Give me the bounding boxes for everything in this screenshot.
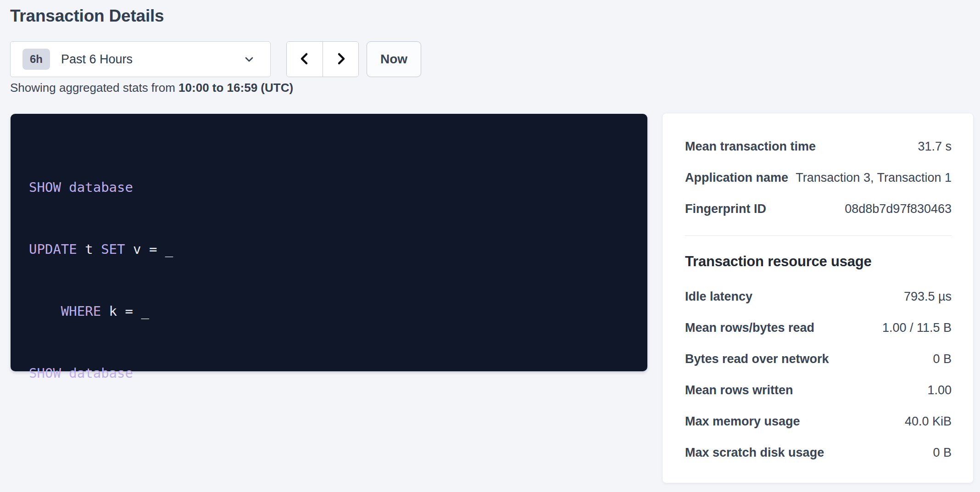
detail-value: 1.00 / 11.5 B [882,321,952,335]
detail-label: Mean rows written [685,383,793,397]
detail-row-max-memory-usage: Max memory usage 40.0 KiB [685,406,952,437]
detail-label: Bytes read over network [685,352,829,366]
detail-value: 31.7 s [918,140,952,154]
resource-usage-heading: Transaction resource usage [685,252,952,271]
sql-token: SHOW database [29,179,133,195]
caption-time-range: 10:00 to 16:59 (UTC) [178,81,293,95]
detail-row-mean-rows-bytes-read: Mean rows/bytes read 1.00 / 11.5 B [685,312,952,343]
now-button[interactable]: Now [367,41,421,77]
caption-prefix: Showing aggregated stats from [10,81,178,95]
sql-token [29,303,61,319]
previous-range-button[interactable] [287,42,323,77]
detail-label: Application name [685,171,788,185]
detail-value: 08d8b7d97f830463 [845,202,952,216]
chevron-right-icon [334,51,348,67]
sql-line: SHOW database [29,363,629,384]
detail-row-idle-latency: Idle latency 793.5 µs [685,281,952,312]
detail-value: 0 B [933,352,952,366]
card-divider [685,235,952,236]
time-range-arrows [286,41,359,77]
sql-statement-box: SHOW database UPDATE t SET v = _ WHERE k… [11,114,647,371]
time-picker: 6h Past 6 Hours Now [10,41,421,77]
detail-value: 1.00 [927,383,952,397]
detail-value: 0 B [933,446,952,460]
time-range-label: Past 6 Hours [61,52,243,67]
detail-row-max-scratch-disk-usage: Max scratch disk usage 0 B [685,437,952,468]
detail-row-mean-rows-written: Mean rows written 1.00 [685,375,952,406]
page-title: Transaction Details [10,6,164,26]
detail-label: Fingerprint ID [685,202,766,216]
sql-line: UPDATE t SET v = _ [29,239,629,260]
time-range-dropdown[interactable]: 6h Past 6 Hours [10,41,271,77]
detail-row-application-name: Application name Transaction 3, Transact… [685,162,952,193]
detail-row-fingerprint-id: Fingerprint ID 08d8b7d97f830463 [685,193,952,224]
detail-row-mean-transaction-time: Mean transaction time 31.7 s [685,131,952,162]
sql-token: UPDATE [29,241,77,257]
detail-label: Mean rows/bytes read [685,321,814,335]
sql-token: WHERE [61,303,101,319]
sql-token: k = _ [101,303,149,319]
sql-code: SHOW database UPDATE t SET v = _ WHERE k… [29,136,629,425]
detail-value: 40.0 KiB [905,414,952,429]
detail-row-bytes-read-over-network: Bytes read over network 0 B [685,343,952,375]
detail-label: Mean transaction time [685,140,816,154]
sql-token: t [77,241,101,257]
detail-value: Transaction 3, Transaction 1 [796,171,952,185]
sql-line: WHERE k = _ [29,301,629,322]
sql-token: SET [101,241,125,257]
next-range-button[interactable] [323,42,358,77]
detail-label: Max memory usage [685,414,800,429]
sql-line: SHOW database [29,177,629,198]
sql-token: SHOW database [29,365,133,381]
transaction-details-page: Transaction Details 6h Past 6 Hours Now … [0,0,980,492]
sql-token: v = _ [125,241,173,257]
chevron-left-icon [297,51,312,67]
transaction-details-card: Mean transaction time 31.7 s Application… [662,113,974,483]
time-range-badge: 6h [22,49,50,70]
detail-label: Max scratch disk usage [685,446,824,460]
detail-value: 793.5 µs [904,290,952,304]
chevron-down-icon [243,53,256,66]
detail-label: Idle latency [685,290,752,304]
aggregated-stats-caption: Showing aggregated stats from 10:00 to 1… [10,81,293,95]
